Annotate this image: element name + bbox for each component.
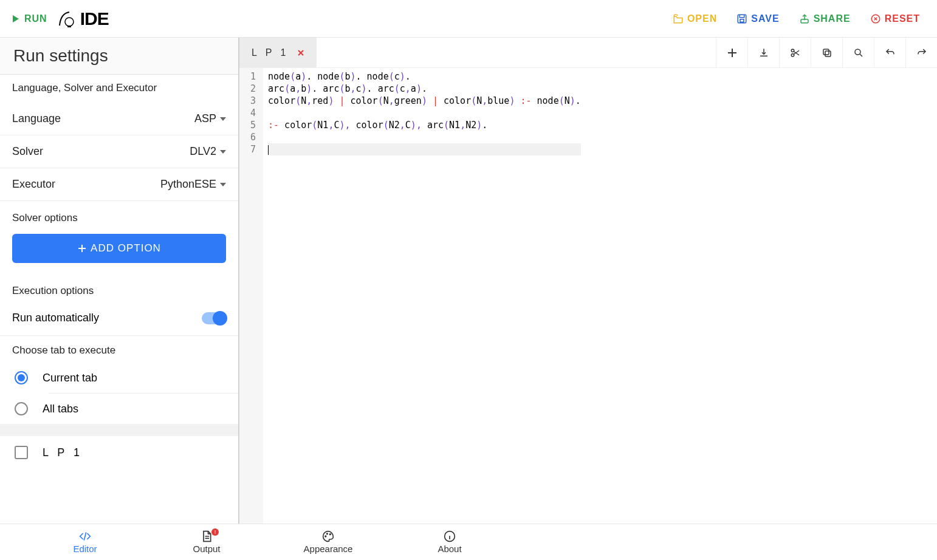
new-tab-button[interactable] [716, 38, 747, 67]
svg-rect-8 [825, 51, 831, 56]
code-editor[interactable]: 1234567 node(a). node(b). node(c).arc(a,… [239, 68, 937, 524]
execution-options-label: Execution options [0, 274, 238, 303]
add-option-button[interactable]: ADD OPTION [12, 234, 226, 263]
svg-point-6 [791, 49, 794, 52]
chevron-down-icon [220, 117, 226, 121]
close-circle-icon [870, 13, 881, 24]
executor-label: Executor [12, 178, 55, 191]
reset-label: RESET [885, 13, 920, 24]
share-icon [799, 13, 810, 24]
close-tab-button[interactable] [297, 49, 304, 56]
info-icon [444, 530, 456, 542]
svg-point-11 [325, 536, 326, 537]
redo-button[interactable] [905, 38, 937, 67]
bottom-tab-label: Output [193, 544, 220, 554]
bottom-tab-about[interactable]: About [389, 530, 510, 554]
plus-icon [77, 244, 87, 253]
editor-area: L P 1 [239, 38, 937, 524]
open-button[interactable]: OPEN [667, 11, 723, 27]
logo: IDE [58, 9, 109, 29]
svg-point-10 [855, 49, 860, 55]
solver-value: DLV2 [190, 145, 226, 158]
solver-options-label: Solver options [0, 201, 238, 230]
save-label: SAVE [751, 13, 779, 24]
run-settings-sidebar: Run settings Language, Solver and Execut… [0, 38, 239, 524]
save-button[interactable]: SAVE [730, 11, 785, 27]
code-content: node(a). node(b). node(c).arc(a,b). arc(… [263, 68, 586, 524]
bottom-tab-appearance[interactable]: Appearance [267, 530, 389, 554]
bottom-tab-label: About [438, 544, 461, 554]
solver-select[interactable]: Solver DLV2 [0, 135, 238, 168]
add-option-label: ADD OPTION [91, 242, 161, 254]
open-label: OPEN [687, 13, 717, 24]
run-label: RUN [24, 13, 47, 24]
copy-button[interactable] [811, 38, 842, 67]
svg-point-13 [330, 534, 331, 535]
chevron-down-icon [220, 150, 226, 154]
search-button[interactable] [842, 38, 874, 67]
close-icon [297, 49, 304, 56]
save-icon [736, 13, 747, 24]
undo-icon [885, 47, 896, 58]
checkbox-label: L P 1 [43, 446, 83, 459]
svg-point-7 [791, 53, 794, 56]
radio-icon [15, 371, 28, 384]
radio-current-tab[interactable]: Current tab [0, 363, 238, 393]
chevron-down-icon [220, 183, 226, 186]
download-button[interactable] [747, 38, 779, 67]
line-gutter: 1234567 [239, 68, 263, 524]
copy-icon [822, 47, 832, 58]
alert-badge: ! [211, 528, 219, 536]
radio-all-tabs[interactable]: All tabs [0, 394, 238, 424]
executor-value: PythonESE [160, 178, 226, 191]
svg-rect-3 [740, 19, 744, 22]
main-area: Run settings Language, Solver and Execut… [0, 38, 937, 524]
executor-select[interactable]: Executor PythonESE [0, 168, 238, 201]
settings-title: Run settings [0, 38, 238, 75]
reset-button[interactable]: RESET [864, 11, 926, 27]
folder-open-icon [673, 13, 684, 24]
checkbox-icon [15, 446, 28, 459]
svg-rect-1 [67, 26, 71, 27]
tab-checkbox-lp1[interactable]: L P 1 [0, 436, 238, 469]
choose-tab-label: Choose tab to execute [0, 336, 238, 363]
share-button[interactable]: SHARE [793, 11, 857, 27]
code-icon [78, 530, 92, 542]
run-auto-row: Run automatically [0, 303, 238, 336]
redo-icon [916, 47, 927, 58]
share-label: SHARE [814, 13, 851, 24]
play-icon [11, 14, 21, 24]
editor-toolbar: L P 1 [239, 38, 937, 68]
solver-label: Solver [12, 145, 43, 158]
scissors-icon [790, 47, 801, 58]
palette-icon [321, 530, 335, 542]
settings-subtitle: Language, Solver and Executor [0, 75, 238, 103]
language-select[interactable]: Language ASP [0, 103, 238, 135]
download-icon [758, 47, 769, 58]
undo-button[interactable] [874, 38, 905, 67]
document-icon: ! [201, 530, 213, 542]
bottom-tabbar: Editor ! Output Appearance About [0, 524, 937, 560]
language-value: ASP [194, 112, 226, 125]
cut-button[interactable] [779, 38, 811, 67]
svg-point-0 [65, 18, 74, 26]
bottom-tab-output[interactable]: ! Output [146, 530, 267, 554]
language-label: Language [12, 112, 61, 125]
run-auto-label: Run automatically [12, 312, 99, 324]
plus-icon [727, 47, 738, 58]
bottom-tab-label: Appearance [304, 544, 353, 554]
radio-label: Current tab [43, 372, 97, 384]
editor-tab-lp1[interactable]: L P 1 [239, 38, 317, 67]
bottom-tab-label: Editor [73, 544, 97, 554]
svg-point-12 [327, 533, 328, 534]
search-icon [853, 47, 864, 58]
radio-icon [15, 402, 28, 415]
run-button[interactable]: RUN [11, 13, 47, 24]
topbar: RUN IDE OPEN SAVE SHARE RESET [0, 0, 937, 38]
svg-rect-9 [823, 49, 829, 55]
radio-label: All tabs [43, 403, 78, 415]
bottom-tab-editor[interactable]: Editor [24, 530, 146, 554]
editor-tab-label: L P 1 [252, 47, 289, 58]
logo-swoosh-icon [58, 9, 80, 29]
run-auto-toggle[interactable] [202, 312, 226, 324]
